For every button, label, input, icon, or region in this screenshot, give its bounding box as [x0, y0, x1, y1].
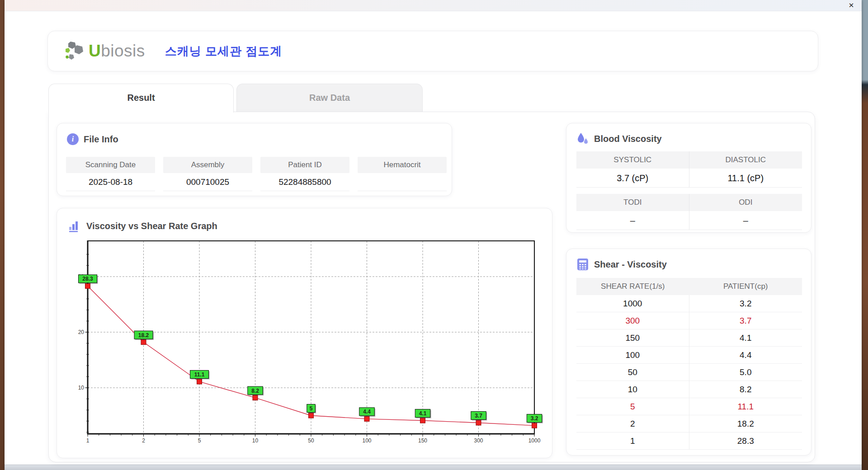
diastolic-value: 11.1 (cP) — [689, 169, 802, 188]
shear-viscosity-title: Shear - Viscosity — [594, 259, 667, 270]
blood-viscosity-table: SYSTOLIC DIASTOLIC 3.7 (cP) 11.1 (cP) TO… — [576, 151, 802, 230]
field-patient-id: Patient ID 52284885800 — [260, 157, 349, 191]
table-row: 1504.1 — [576, 329, 802, 347]
svg-text:100: 100 — [362, 437, 371, 444]
svg-text:11.1: 11.1 — [194, 371, 205, 378]
close-icon[interactable]: ✕ — [846, 1, 856, 10]
table-row: 511.1 — [576, 398, 802, 415]
svg-text:4.4: 4.4 — [363, 409, 371, 415]
header-card: Ubiosis 스캐닝 모세관 점도계 — [47, 31, 818, 71]
cell-patient: 18.2 — [689, 415, 802, 432]
blood-viscosity-title: Blood Viscosity — [594, 134, 662, 144]
table-row: 10003.2 — [576, 295, 802, 312]
field-value — [358, 173, 447, 191]
table-row: 3003.7 — [576, 312, 802, 329]
file-info-card: i File Info Scanning Date 2025-08-18 Ass… — [57, 123, 452, 196]
svg-text:4.1: 4.1 — [419, 410, 427, 417]
logo: Ubiosis — [64, 41, 145, 61]
col-shear-rate: SHEAR RATE(1/s) — [576, 278, 689, 295]
tab-raw-data[interactable]: Raw Data — [236, 84, 423, 112]
cell-patient: 4.4 — [689, 347, 802, 364]
svg-text:18.2: 18.2 — [138, 332, 149, 338]
shear-viscosity-card: Shear - Viscosity SHEAR RATE(1/s) PATIEN… — [566, 249, 811, 456]
field-label: Hematocrit — [358, 157, 447, 173]
svg-text:1: 1 — [86, 437, 90, 444]
info-icon: i — [67, 133, 79, 145]
svg-text:10: 10 — [252, 437, 259, 444]
svg-text:3.7: 3.7 — [475, 413, 482, 419]
todi-label: TODI — [576, 194, 689, 211]
odi-value: – — [689, 211, 802, 230]
file-info-title: File Info — [84, 134, 118, 145]
field-label: Assembly — [163, 157, 252, 173]
viscosity-chart: 1020301251050100150300100028.318.211.18.… — [70, 237, 549, 446]
table-row: 505.0 — [576, 364, 802, 381]
cell-patient: 11.1 — [689, 398, 802, 415]
blood-viscosity-card: Blood Viscosity SYSTOLIC DIASTOLIC 3.7 (… — [566, 123, 811, 233]
bar-chart-icon — [68, 219, 81, 233]
svg-text:2: 2 — [142, 437, 145, 444]
table-row: 108.2 — [576, 381, 802, 398]
col-patient: PATIENT(cp) — [689, 278, 802, 295]
shear-viscosity-table: SHEAR RATE(1/s) PATIENT(cp) 10003.2 3003… — [576, 278, 802, 450]
systolic-value: 3.7 (cP) — [576, 169, 689, 188]
calculator-icon — [576, 258, 589, 271]
table-row: 218.2 — [576, 415, 802, 432]
svg-text:8.2: 8.2 — [251, 388, 259, 394]
cell-shear-rate: 5 — [576, 398, 689, 415]
svg-text:5: 5 — [198, 437, 201, 444]
svg-text:300: 300 — [474, 437, 483, 444]
cell-shear-rate: 50 — [576, 364, 689, 381]
field-value: 52284885800 — [260, 173, 349, 191]
viscosity-graph-card: Viscosity vs Shear Rate Graph 1020301251… — [57, 208, 552, 458]
svg-text:10: 10 — [78, 385, 85, 391]
field-value: 2025-08-18 — [66, 173, 155, 191]
graph-title: Viscosity vs Shear Rate Graph — [86, 221, 217, 231]
cell-shear-rate: 1 — [576, 432, 689, 450]
app-title: 스캐닝 모세관 점도계 — [165, 43, 282, 59]
table-row: 1004.4 — [576, 347, 802, 364]
field-scanning-date: Scanning Date 2025-08-18 — [66, 157, 155, 191]
window-bottom-edge — [5, 465, 862, 470]
cell-shear-rate: 100 — [576, 347, 689, 364]
field-value: 000710025 — [163, 173, 252, 191]
cell-patient: 3.7 — [689, 312, 802, 329]
window-titlebar: ✕ — [5, 0, 862, 11]
svg-text:28.3: 28.3 — [82, 276, 93, 282]
svg-text:20: 20 — [78, 329, 85, 335]
cell-shear-rate: 1000 — [576, 295, 689, 312]
svg-text:3.2: 3.2 — [531, 415, 538, 422]
systolic-label: SYSTOLIC — [576, 151, 689, 169]
odi-label: ODI — [689, 194, 802, 211]
field-label: Scanning Date — [66, 157, 155, 173]
cell-patient: 4.1 — [689, 329, 802, 347]
field-assembly: Assembly 000710025 — [163, 157, 252, 191]
svg-text:150: 150 — [418, 437, 427, 444]
app-window: ✕ Ubiosis 스캐닝 모세관 점도계 Result Raw Data i … — [5, 0, 862, 470]
cell-patient: 3.2 — [689, 295, 802, 312]
diastolic-label: DIASTOLIC — [689, 151, 802, 169]
svg-text:1000: 1000 — [528, 437, 541, 444]
todi-value: – — [576, 211, 689, 230]
cell-shear-rate: 2 — [576, 415, 689, 432]
logo-text: Ubiosis — [89, 42, 145, 61]
cell-shear-rate: 150 — [576, 329, 689, 347]
tab-result[interactable]: Result — [48, 84, 234, 113]
field-label: Patient ID — [260, 157, 349, 173]
cell-shear-rate: 10 — [576, 381, 689, 398]
desktop-background-edge — [862, 0, 868, 470]
cell-shear-rate: 300 — [576, 312, 689, 329]
cell-patient: 28.3 — [689, 432, 802, 450]
cell-patient: 8.2 — [689, 381, 802, 398]
table-row: 128.3 — [576, 432, 802, 450]
cell-patient: 5.0 — [689, 364, 802, 381]
field-hematocrit: Hematocrit — [358, 157, 447, 191]
droplets-icon — [576, 132, 589, 145]
svg-text:5: 5 — [310, 405, 313, 412]
ubiosis-logo-mark-icon — [64, 41, 86, 61]
svg-text:50: 50 — [308, 437, 314, 444]
